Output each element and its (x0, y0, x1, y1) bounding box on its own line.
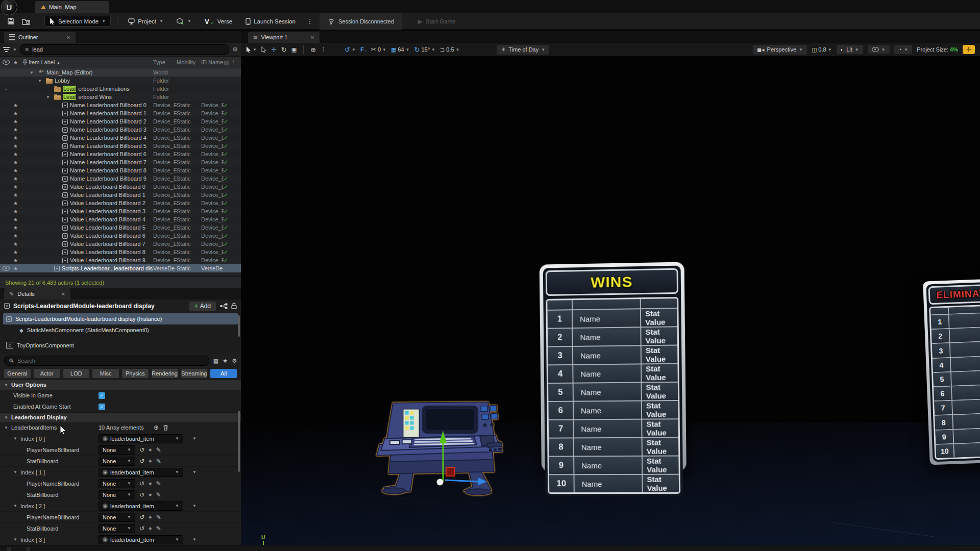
filter-tab[interactable]: LOD (63, 369, 90, 378)
filter-tab[interactable]: Streaming (181, 369, 208, 378)
outliner-row[interactable]: ⌄ ★ ▼ Lobby Folder ✓ (0, 77, 241, 85)
asset-dropdown[interactable]: None ▼ (99, 513, 135, 522)
details-search-input[interactable]: 🔍︎ Search (4, 356, 209, 366)
outliner-row[interactable]: ⌄ ★ ▼ Name Leaderboard Billboard 3 Devic… (0, 126, 241, 134)
chevron-down-icon[interactable]: ▼ (192, 504, 197, 508)
scrollbar[interactable] (238, 411, 240, 472)
star-icon[interactable]: ★ (13, 152, 18, 157)
checkbox[interactable]: ✓ (99, 392, 105, 399)
expand-arrow-icon[interactable]: ▼ (4, 425, 8, 430)
outliner-row[interactable]: ⌄ ★ ▼ Name Leaderboard Billboard 0 Devic… (0, 101, 241, 109)
star-icon[interactable]: ★ (13, 241, 18, 247)
grid-snap-dropdown[interactable]: ▦64▼ (391, 46, 410, 53)
use-selected-icon[interactable]: ↺ (139, 492, 144, 498)
outliner-row[interactable]: ⌄ ★ ▼ Value Leaderboard Billboard 0 Devi… (0, 183, 241, 191)
star-icon[interactable]: ★ (13, 233, 18, 239)
actor-snap-dropdown[interactable]: ✂0▼ (371, 46, 386, 53)
outliner-row[interactable]: ⌄ ★ ▼ Value Leaderboard Billboard 2 Devi… (0, 199, 241, 207)
browse-to-icon[interactable]: ⌖ (149, 447, 152, 453)
project-button[interactable]: Project ▼ (124, 16, 168, 26)
star-icon[interactable]: ★ (13, 249, 18, 255)
add-button[interactable]: +Add (189, 301, 216, 311)
browse-to-icon[interactable]: ⌖ (149, 492, 152, 498)
star-icon[interactable]: ★ (13, 258, 18, 263)
outliner-row[interactable]: ⌄ ★ ▼ Leaderboard Wins Folder ✓ (0, 93, 241, 101)
outliner-row[interactable]: ⌄ ★ ▼ Leaderboard Eliminations Folder ✓ (0, 85, 241, 93)
browse-to-icon[interactable]: ⌖ (149, 525, 152, 532)
outliner-row[interactable]: ⌄ ★ ▼ Name Leaderboard Billboard 1 Devic… (0, 109, 241, 117)
blueprint-icon[interactable] (220, 303, 228, 309)
select-tool-icon[interactable] (261, 46, 266, 53)
outliner-row[interactable]: ⌄ ★ ▼ Value Leaderboard Billboard 5 Devi… (0, 223, 241, 232)
surface-snap-dropdown[interactable]: ↺▼ (345, 46, 356, 54)
chevron-down-icon[interactable]: ▼ (192, 470, 197, 474)
browse-to-icon[interactable]: ⌖ (149, 514, 152, 520)
asset-dropdown[interactable]: None ▼ (99, 524, 135, 533)
outliner-row[interactable]: ⌄ ★ ▼ Value Leaderboard Billboard 3 Devi… (0, 207, 241, 215)
section-user-options[interactable]: ▼User Options (0, 380, 241, 390)
component-row[interactable]: C ToyOptionsComponent (3, 340, 238, 351)
star-icon[interactable]: ★ (13, 266, 18, 271)
outliner-row[interactable]: ⌄ ★ ▼ Name Leaderboard Billboard 4 Devic… (0, 134, 241, 142)
save-icon[interactable] (5, 16, 16, 27)
world-space-icon[interactable]: ⊕ (310, 46, 316, 54)
use-selected-icon[interactable]: ↺ (139, 447, 144, 453)
item-type-dropdown[interactable]: ◈ leaderboard_item ▼ (99, 502, 183, 511)
chevron-icon[interactable]: ⌄ (4, 86, 8, 91)
eyedropper-icon[interactable]: ✎ (156, 458, 161, 464)
filter-tab[interactable]: All (210, 369, 237, 378)
chevron-down-icon[interactable]: ▼ (192, 436, 197, 441)
filter-tab[interactable]: Physics (122, 369, 149, 378)
eyedropper-icon[interactable]: ✎ (156, 525, 161, 532)
item-type-dropdown[interactable]: ◈ leaderboard_item ▼ (99, 535, 183, 544)
section-leaderboard-display[interactable]: ▼Leaderboard Display (0, 412, 241, 422)
more-options-icon[interactable]: ⋮ (304, 16, 315, 27)
expand-arrow-icon[interactable]: ▼ (46, 95, 52, 99)
scrollbar[interactable] (238, 315, 240, 337)
scale-snap-dropdown[interactable]: ⊐0.5▼ (440, 46, 459, 53)
details-tab[interactable]: ✎ Details ✕ (4, 288, 70, 299)
eyedropper-icon[interactable]: ✎ (156, 481, 161, 487)
chevron-down-icon[interactable]: ▼ (192, 537, 197, 542)
browse-to-icon[interactable]: ⌖ (149, 481, 152, 487)
star-icon[interactable]: ★ (13, 119, 18, 124)
use-selected-icon[interactable]: ↺ (139, 514, 144, 520)
project-size-indicator[interactable]: Project Size: 4% (917, 46, 958, 53)
use-selected-icon[interactable]: ↺ (139, 458, 144, 464)
outliner-row[interactable]: ⌄ ★ ▼ Name Leaderboard Billboard 5 Devic… (0, 142, 241, 150)
outliner-row[interactable]: ⌄ ★ ▼ Name Leaderboard Billboard 9 Devic… (0, 174, 241, 183)
time-of-day-button[interactable]: ☀ Time of Day▼ (497, 45, 549, 55)
column-item-label[interactable]: Item Label ▲ (29, 59, 153, 65)
chevron-down-icon[interactable]: ▼ (13, 47, 17, 52)
scale-tool-icon[interactable]: ▣ (291, 46, 297, 53)
outliner-row[interactable]: ⌄ ★ ▼ Name Leaderboard Billboard 6 Devic… (0, 150, 241, 158)
column-type[interactable]: Type (153, 59, 177, 65)
expand-arrow-icon[interactable]: ▼ (30, 70, 36, 75)
component-row[interactable]: ◆ StaticMeshComponent (StaticMeshCompone… (16, 324, 238, 336)
use-selected-icon[interactable]: ↺ (139, 525, 144, 532)
selection-mode-button[interactable]: Selection Mode ▼ (44, 16, 111, 27)
transform-gizmo[interactable] (416, 421, 493, 488)
star-icon[interactable]: ★ (13, 201, 18, 206)
filter-tab[interactable]: General (4, 369, 31, 378)
pin-column-icon[interactable] (23, 59, 27, 65)
viewport-settings-dropdown[interactable]: ◔▼ (894, 45, 913, 54)
asset-dropdown[interactable]: None ▼ (99, 479, 135, 488)
outliner-row[interactable]: ⌄ ★ ▼ Main_Map (Editor) World ✓ (0, 68, 241, 77)
star-icon[interactable]: ★ (13, 160, 18, 165)
star-icon[interactable]: ★ (13, 217, 18, 222)
content-drawer-icon[interactable]: ▤ (7, 546, 11, 551)
star-icon[interactable]: ★ (13, 192, 18, 198)
star-icon[interactable]: ★ (13, 225, 18, 231)
launch-session-button[interactable]: Launch Session (241, 16, 300, 27)
star-icon[interactable]: ★ (13, 111, 18, 116)
browse-to-icon[interactable]: ⌖ (149, 458, 152, 464)
outliner-row[interactable]: ⌄ ★ ▼ Scripts-Leaderboar...leaderboard d… (0, 264, 241, 272)
perspective-dropdown[interactable]: ◼◂ Perspective▼ (753, 45, 807, 55)
lit-mode-dropdown[interactable]: ◐ Lit▼ (837, 45, 863, 54)
tool-select-dropdown[interactable]: ▼ (246, 46, 257, 53)
filter-tab[interactable]: Rendering (152, 369, 178, 378)
more-options-icon[interactable]: ⋮ (321, 46, 326, 53)
asset-dropdown[interactable]: None ▼ (99, 445, 135, 455)
item-type-dropdown[interactable]: ◈ leaderboard_item ▼ (99, 468, 183, 477)
